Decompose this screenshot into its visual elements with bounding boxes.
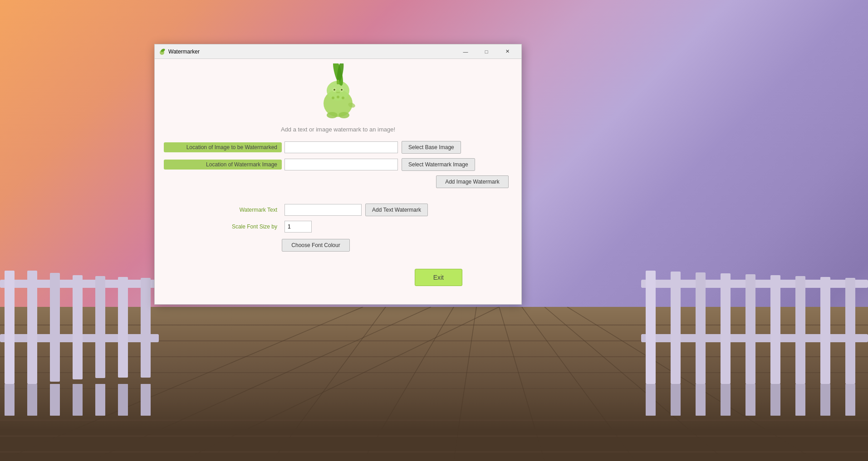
svg-rect-25 bbox=[95, 276, 105, 378]
svg-rect-34 bbox=[141, 384, 151, 416]
svg-point-65 bbox=[341, 89, 343, 91]
svg-rect-52 bbox=[795, 384, 805, 416]
select-base-image-button[interactable]: Select Base Image bbox=[402, 141, 461, 154]
subtitle-text: Add a text or image watermark to an imag… bbox=[281, 126, 395, 133]
svg-rect-40 bbox=[721, 273, 731, 384]
minimize-button[interactable]: — bbox=[455, 44, 476, 59]
base-image-input[interactable] bbox=[284, 141, 398, 153]
svg-line-16 bbox=[522, 307, 635, 461]
svg-rect-41 bbox=[745, 274, 755, 384]
window-title: Watermarker bbox=[168, 49, 455, 55]
svg-rect-49 bbox=[721, 384, 731, 416]
svg-point-72 bbox=[338, 112, 349, 118]
svg-rect-21 bbox=[5, 271, 15, 384]
svg-point-71 bbox=[327, 112, 338, 118]
add-image-watermark-row: Add Image Watermark bbox=[164, 175, 512, 188]
svg-rect-38 bbox=[671, 272, 681, 384]
svg-rect-28 bbox=[5, 384, 15, 416]
select-watermark-image-button[interactable]: Select Watermark Image bbox=[402, 158, 475, 171]
maximize-button[interactable]: □ bbox=[476, 44, 497, 59]
form-area: Location of Image to be Watermarked Sele… bbox=[164, 141, 512, 286]
svg-rect-43 bbox=[795, 276, 805, 384]
svg-point-69 bbox=[337, 96, 339, 98]
svg-rect-37 bbox=[646, 271, 656, 384]
app-window: Watermarker — □ ✕ bbox=[154, 44, 522, 305]
svg-rect-46 bbox=[646, 384, 656, 416]
mascot-area bbox=[313, 63, 363, 122]
svg-point-67 bbox=[338, 92, 340, 93]
svg-rect-61 bbox=[337, 80, 339, 84]
svg-point-68 bbox=[332, 97, 334, 99]
watermark-text-label: Watermark Text bbox=[164, 205, 282, 215]
svg-rect-50 bbox=[745, 384, 755, 416]
svg-rect-22 bbox=[27, 271, 37, 384]
scale-font-row: Scale Font Size by bbox=[164, 221, 512, 233]
watermark-image-row: Location of Watermark Image Select Water… bbox=[164, 158, 512, 171]
svg-rect-27 bbox=[141, 278, 151, 378]
svg-line-11 bbox=[181, 307, 499, 461]
svg-rect-54 bbox=[845, 384, 855, 416]
svg-rect-26 bbox=[118, 277, 128, 378]
exit-row: Exit bbox=[164, 261, 512, 286]
add-image-watermark-button[interactable]: Add Image Watermark bbox=[436, 175, 509, 188]
svg-point-64 bbox=[333, 89, 335, 91]
svg-line-13 bbox=[363, 307, 454, 461]
svg-rect-44 bbox=[820, 277, 830, 384]
scale-font-label: Scale Font Size by bbox=[164, 222, 282, 232]
svg-rect-47 bbox=[671, 384, 681, 416]
add-text-watermark-button[interactable]: Add Text Watermark bbox=[365, 204, 428, 216]
close-button[interactable]: ✕ bbox=[497, 44, 518, 59]
watermark-text-input[interactable] bbox=[284, 204, 362, 216]
window-content: Add a text or image watermark to an imag… bbox=[155, 59, 521, 304]
exit-button[interactable]: Exit bbox=[415, 269, 462, 286]
svg-line-12 bbox=[272, 307, 386, 461]
svg-rect-29 bbox=[27, 384, 37, 416]
choose-font-colour-button[interactable]: Choose Font Colour bbox=[282, 239, 350, 252]
base-image-label: Location of Image to be Watermarked bbox=[164, 142, 282, 152]
svg-line-15 bbox=[499, 307, 544, 461]
svg-line-14 bbox=[454, 307, 476, 461]
svg-rect-24 bbox=[73, 275, 83, 379]
watermark-image-label: Location of Watermark Image bbox=[164, 160, 282, 170]
mascot-image bbox=[313, 63, 363, 122]
fence-left bbox=[0, 243, 159, 416]
scale-font-input[interactable] bbox=[284, 221, 312, 233]
svg-rect-32 bbox=[95, 384, 105, 416]
separator bbox=[164, 193, 512, 199]
title-bar: Watermarker — □ ✕ bbox=[155, 44, 521, 59]
svg-rect-23 bbox=[50, 273, 60, 382]
fence-right bbox=[641, 243, 868, 416]
svg-rect-30 bbox=[50, 384, 60, 416]
base-image-row: Location of Image to be Watermarked Sele… bbox=[164, 141, 512, 154]
svg-rect-45 bbox=[845, 278, 855, 384]
font-colour-row: Choose Font Colour bbox=[164, 239, 512, 252]
svg-rect-48 bbox=[696, 384, 706, 416]
watermark-image-input[interactable] bbox=[284, 159, 398, 170]
svg-rect-53 bbox=[820, 384, 830, 416]
svg-rect-33 bbox=[118, 384, 128, 416]
app-icon bbox=[158, 48, 166, 55]
svg-rect-42 bbox=[770, 275, 780, 384]
svg-point-66 bbox=[337, 92, 338, 93]
watermark-text-row: Watermark Text Add Text Watermark bbox=[164, 204, 512, 216]
title-bar-controls: — □ ✕ bbox=[455, 44, 518, 59]
svg-rect-31 bbox=[73, 384, 83, 416]
svg-point-70 bbox=[342, 97, 344, 99]
svg-rect-39 bbox=[696, 272, 706, 384]
svg-rect-51 bbox=[770, 384, 780, 416]
